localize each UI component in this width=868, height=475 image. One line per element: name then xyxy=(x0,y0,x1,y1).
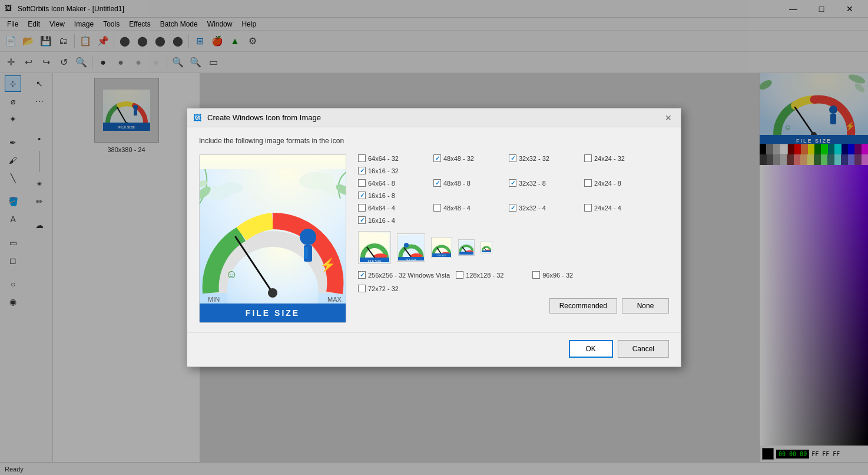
cb-48x48-8-label: 48x48 - 8 xyxy=(443,180,471,187)
cb-16x16-8-label: 16x16 - 8 xyxy=(368,192,395,199)
cb-24x24-32-box[interactable] xyxy=(584,154,592,162)
cb-16x16-32: 16x16 - 32 xyxy=(358,167,429,174)
cb-256x256-vista: 256x256 - 32 Windows Vista xyxy=(358,271,450,279)
cb-128x128-32: 128x128 - 32 xyxy=(456,271,526,279)
cb-16x16-32-label: 16x16 - 32 xyxy=(368,167,399,174)
create-icon-dialog: 🖼 Create Windows Icon from Image ✕ Inclu… xyxy=(187,108,681,367)
cb-72x72-box[interactable] xyxy=(358,285,366,292)
cb-64x64-8-label: 64x64 - 8 xyxy=(368,180,395,187)
cancel-button[interactable]: Cancel xyxy=(618,340,669,358)
checkbox-row-4bpp: 64x64 - 4 48x48 - 4 32x32 - 4 24x24 xyxy=(358,204,669,224)
cb-96x96-label: 96x96 - 32 xyxy=(542,272,573,279)
cb-72x72-label: 72x72 - 32 xyxy=(368,285,399,292)
svg-point-23 xyxy=(220,182,243,194)
cb-48x48-8: 48x48 - 8 xyxy=(433,179,504,187)
cb-16x16-8-box[interactable] xyxy=(358,192,366,199)
cb-32x32-32-box[interactable] xyxy=(509,154,516,162)
options-panel: 64x64 - 32 48x48 - 32 32x32 - 32 xyxy=(358,154,669,323)
cb-32x32-4-label: 32x32 - 4 xyxy=(519,204,546,212)
cb-24x24-4-label: 24x24 - 4 xyxy=(594,204,621,212)
thumb-32: FILE SIZE xyxy=(431,237,452,258)
thumb-48-img: FILE SIZE xyxy=(397,233,425,262)
dialog-title-bar: 🖼 Create Windows Icon from Image ✕ xyxy=(187,108,681,127)
cb-48x48-32-label: 48x48 - 32 xyxy=(443,155,474,162)
modal-overlay: 🖼 Create Windows Icon from Image ✕ Inclu… xyxy=(0,0,868,475)
none-button[interactable]: None xyxy=(622,298,669,314)
svg-point-47 xyxy=(404,243,409,248)
checkbox-row-32bpp: 64x64 - 32 48x48 - 32 32x32 - 32 xyxy=(358,154,669,174)
ok-button[interactable]: OK xyxy=(569,340,613,358)
cb-32x32-32: 32x32 - 32 xyxy=(509,154,579,162)
dialog-close-button[interactable]: ✕ xyxy=(662,111,675,124)
thumb-64-img: FILE SIZE xyxy=(358,231,391,264)
cb-32x32-4-box[interactable] xyxy=(509,204,516,212)
cb-24x24-32: 24x24 - 32 xyxy=(584,154,655,162)
cb-16x16-32-box[interactable] xyxy=(358,167,366,174)
icon-thumbnails: FILE SIZE xyxy=(358,231,669,264)
dialog-preview: ⚡ ☺ MIN MAX FILE SIZE xyxy=(199,154,346,323)
thumb-24-img xyxy=(458,239,475,256)
cb-64x64-32-label: 64x64 - 32 xyxy=(368,155,399,162)
thumb-48: FILE SIZE xyxy=(397,233,425,262)
cb-64x64-8: 64x64 - 8 xyxy=(358,179,429,187)
cb-16x16-4-box[interactable] xyxy=(358,216,366,224)
dialog-title: Create Windows Icon from Image xyxy=(207,113,662,122)
cb-32x32-4: 32x32 - 4 xyxy=(509,204,579,212)
cb-24x24-8-label: 24x24 - 8 xyxy=(594,180,621,187)
cb-16x16-8: 16x16 - 8 xyxy=(358,192,429,199)
cb-24x24-4: 24x24 - 4 xyxy=(584,204,655,212)
svg-point-32 xyxy=(300,229,316,245)
cb-64x64-4-box[interactable] xyxy=(358,204,366,212)
thumb-16 xyxy=(481,242,492,253)
cb-32x32-8-box[interactable] xyxy=(509,179,516,187)
svg-text:MAX: MAX xyxy=(327,296,342,303)
cb-256x256-box[interactable] xyxy=(358,271,366,279)
svg-text:FILE SIZE: FILE SIZE xyxy=(246,308,300,318)
cb-96x96-32: 96x96 - 32 xyxy=(532,271,603,279)
cb-48x48-32: 48x48 - 32 xyxy=(433,154,504,162)
cb-64x64-4: 64x64 - 4 xyxy=(358,204,429,212)
cb-64x64-32: 64x64 - 32 xyxy=(358,154,429,162)
dialog-content: ⚡ ☺ MIN MAX FILE SIZE xyxy=(199,154,669,323)
svg-text:FILE SIZE: FILE SIZE xyxy=(406,258,417,260)
cb-48x48-4-box[interactable] xyxy=(433,204,441,212)
svg-text:☺: ☺ xyxy=(226,268,237,281)
cb-48x48-4-label: 48x48 - 4 xyxy=(443,204,471,212)
svg-text:FILE SIZE: FILE SIZE xyxy=(438,255,446,257)
recommended-button[interactable]: Recommended xyxy=(549,298,617,314)
svg-rect-56 xyxy=(459,252,473,255)
vista-checkboxes-row: 256x256 - 32 Windows Vista 128x128 - 32 … xyxy=(358,271,669,292)
svg-text:FILE SIZE: FILE SIZE xyxy=(367,259,382,262)
cb-48x48-8-box[interactable] xyxy=(433,179,441,187)
cb-48x48-32-box[interactable] xyxy=(433,154,441,162)
thumb-16-img xyxy=(481,242,492,253)
cb-256x256-label: 256x256 - 32 Windows Vista xyxy=(368,272,450,279)
svg-text:MIN: MIN xyxy=(208,296,220,303)
cb-128x128-box[interactable] xyxy=(456,271,463,279)
dialog-icon: 🖼 xyxy=(193,113,203,123)
dialog-body: Include the following image formats in t… xyxy=(187,127,681,332)
checkbox-row-8bpp: 64x64 - 8 48x48 - 8 32x32 - 8 24x24 xyxy=(358,179,669,199)
cb-32x32-32-label: 32x32 - 32 xyxy=(519,155,549,162)
cb-32x32-8-label: 32x32 - 8 xyxy=(519,180,546,187)
action-buttons-row: Recommended None xyxy=(358,298,669,314)
svg-point-31 xyxy=(268,288,277,298)
cb-72x72-32: 72x72 - 32 xyxy=(358,285,429,292)
cb-24x24-8-box[interactable] xyxy=(584,179,592,187)
cb-128x128-label: 128x128 - 32 xyxy=(466,272,503,279)
cb-16x16-4: 16x16 - 4 xyxy=(358,216,429,224)
cb-24x24-4-box[interactable] xyxy=(584,204,592,212)
cb-16x16-4-label: 16x16 - 4 xyxy=(368,217,395,224)
cb-64x64-32-box[interactable] xyxy=(358,154,366,162)
svg-rect-59 xyxy=(482,250,491,252)
cb-64x64-4-label: 64x64 - 4 xyxy=(368,204,395,212)
svg-rect-34 xyxy=(304,247,308,259)
cb-24x24-8: 24x24 - 8 xyxy=(584,179,655,187)
thumb-32-img: FILE SIZE xyxy=(431,237,452,258)
cb-96x96-box[interactable] xyxy=(532,271,540,279)
dialog-preview-svg: ⚡ ☺ MIN MAX FILE SIZE xyxy=(199,169,346,322)
dialog-footer: OK Cancel xyxy=(187,332,681,365)
cb-64x64-8-box[interactable] xyxy=(358,179,366,187)
svg-text:⚡: ⚡ xyxy=(320,257,336,273)
cb-24x24-32-label: 24x24 - 32 xyxy=(594,155,625,162)
